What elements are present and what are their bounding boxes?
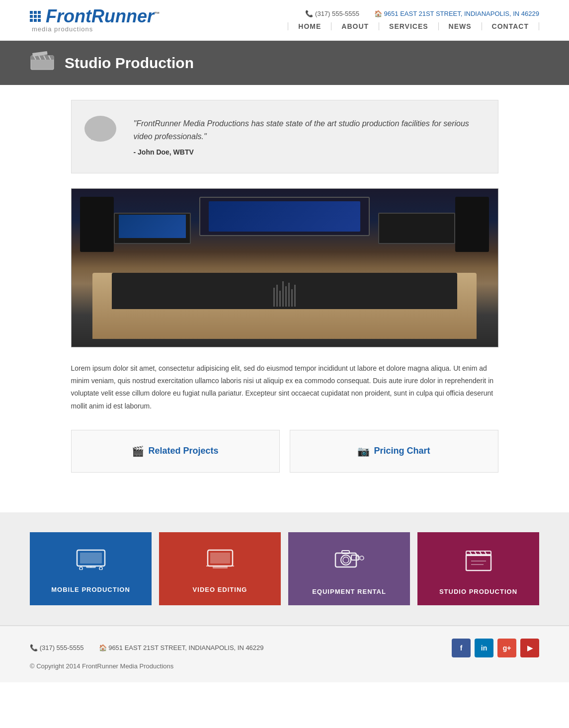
- equipment-rental-label: EQUIPMENT RENTAL: [312, 588, 386, 595]
- service-tile-studio[interactable]: STUDIO PRODUCTION: [417, 532, 539, 605]
- main-content: "FrontRunner Media Productions has state…: [61, 85, 508, 512]
- logo-subtitle: media productions: [30, 25, 160, 33]
- service-tile-equipment[interactable]: EQUIPMENT RENTAL: [288, 532, 410, 605]
- svg-rect-23: [342, 551, 349, 554]
- video-editing-icon: [205, 547, 235, 576]
- camera-icon: 📷: [357, 445, 370, 457]
- linkedin-button[interactable]: in: [475, 639, 493, 657]
- footer-contact: 📞 (317) 555-5555 🏠 9651 EAST 21ST STREET…: [30, 644, 264, 651]
- svg-point-14: [99, 567, 102, 570]
- pricing-chart-link[interactable]: 📷 Pricing Chart: [290, 430, 498, 473]
- facebook-button[interactable]: f: [452, 639, 471, 657]
- related-projects-label: Related Projects: [148, 446, 218, 456]
- nav-services[interactable]: SERVICES: [379, 22, 439, 30]
- svg-point-13: [80, 567, 82, 570]
- footer-phone: 📞 (317) 555-5555: [30, 644, 84, 651]
- quote-content: "FrontRunner Media Productions has state…: [134, 117, 483, 156]
- header-address: 9651 EAST 21ST STREET, INDIANAPOLIS, IN …: [374, 10, 539, 17]
- svg-rect-26: [466, 555, 491, 570]
- related-projects-link[interactable]: 🎬 Related Projects: [71, 430, 280, 473]
- site-header: FrontRunner™ media productions (317) 555…: [0, 0, 569, 41]
- svg-rect-18: [213, 566, 228, 568]
- link-boxes: 🎬 Related Projects 📷 Pricing Chart: [71, 430, 498, 473]
- quote-text: "FrontRunner Media Productions has state…: [134, 117, 483, 143]
- studio-production-label: STUDIO PRODUCTION: [439, 588, 517, 595]
- nav-contact[interactable]: CONTACT: [482, 22, 539, 30]
- logo-grid-icon: [30, 11, 41, 22]
- social-links: f in g+ ▶: [452, 639, 539, 657]
- phone-icon: 📞: [30, 644, 38, 651]
- service-tile-mobile[interactable]: MOBILE PRODUCTION: [30, 532, 152, 605]
- main-nav: HOME ABOUT SERVICES NEWS CONTACT: [288, 22, 539, 30]
- site-footer: 📞 (317) 555-5555 🏠 9651 EAST 21ST STREET…: [0, 625, 569, 682]
- page-title-bar: Studio Production: [0, 41, 569, 85]
- logo-text: FrontRunner™: [46, 7, 160, 25]
- header-right: (317) 555-5555 9651 EAST 21ST STREET, IN…: [288, 10, 539, 30]
- svg-point-21: [343, 557, 349, 563]
- quote-author: - John Doe, WBTV: [134, 148, 483, 156]
- nav-home[interactable]: HOME: [288, 22, 331, 30]
- speech-bubble-icon: [81, 113, 121, 161]
- page-title: Studio Production: [65, 55, 194, 72]
- clapboard-icon: [30, 51, 55, 75]
- body-text: Lorem ipsum dolor sit amet, consectetur …: [71, 362, 498, 412]
- service-tiles: MOBILE PRODUCTION VIDEO EDITING: [0, 512, 569, 625]
- studio-image: [71, 188, 498, 347]
- footer-top: 📞 (317) 555-5555 🏠 9651 EAST 21ST STREET…: [30, 639, 539, 657]
- equipment-rental-icon: [333, 547, 365, 578]
- nav-news[interactable]: NEWS: [439, 22, 482, 30]
- svg-point-25: [360, 556, 364, 560]
- googleplus-button[interactable]: g+: [497, 639, 516, 657]
- quote-box: "FrontRunner Media Productions has state…: [71, 100, 498, 173]
- svg-rect-16: [210, 553, 230, 564]
- logo[interactable]: FrontRunner™ media productions: [30, 7, 160, 33]
- svg-point-7: [84, 116, 116, 142]
- footer-address: 🏠 9651 EAST 21ST STREET, INDIANAPOLIS, I…: [99, 644, 264, 651]
- contact-info: (317) 555-5555 9651 EAST 21ST STREET, IN…: [305, 10, 539, 17]
- header-phone: (317) 555-5555: [305, 10, 359, 17]
- service-tile-video[interactable]: VIDEO EDITING: [159, 532, 281, 605]
- youtube-button[interactable]: ▶: [520, 639, 539, 657]
- svg-point-20: [341, 555, 351, 565]
- pricing-chart-label: Pricing Chart: [374, 446, 430, 456]
- svg-point-12: [90, 566, 91, 567]
- nav-about[interactable]: ABOUT: [331, 22, 379, 30]
- svg-rect-10: [80, 553, 102, 564]
- mobile-production-label: MOBILE PRODUCTION: [51, 586, 130, 593]
- studio-production-icon: [464, 547, 493, 578]
- video-icon: 🎬: [132, 445, 144, 457]
- address-icon: 🏠: [99, 644, 107, 651]
- mobile-production-icon: [76, 547, 106, 576]
- footer-copyright: © Copyright 2014 FrontRunner Media Produ…: [30, 662, 539, 670]
- video-editing-label: VIDEO EDITING: [193, 586, 247, 593]
